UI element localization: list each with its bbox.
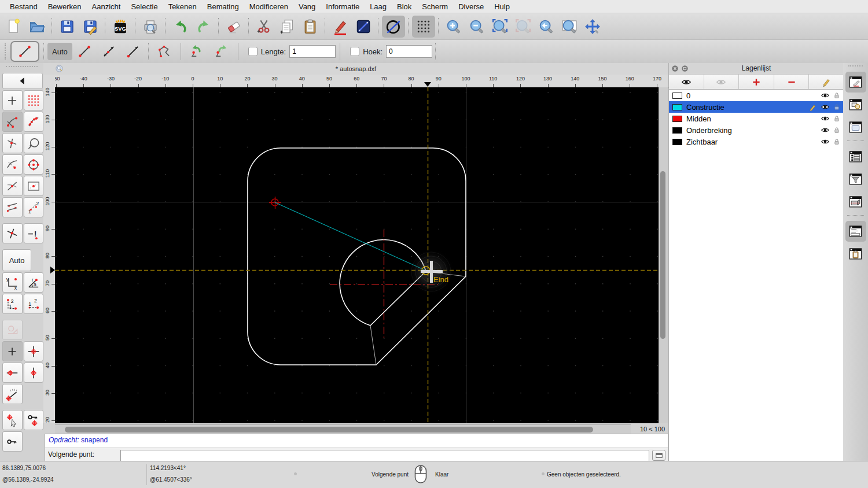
save-button[interactable] — [56, 16, 79, 38]
horizontal-scrollbar[interactable] — [55, 424, 631, 434]
snap-middle-button[interactable] — [2, 176, 23, 196]
restrict-crosshair-button[interactable] — [24, 341, 44, 361]
restrict-nothing-button[interactable] — [2, 341, 23, 361]
angle-input[interactable] — [386, 45, 432, 58]
hide-all-layers-button[interactable] — [704, 75, 740, 89]
vertical-scrollbar-thumb[interactable] — [660, 171, 665, 339]
snap-on-entity-button[interactable] — [24, 112, 44, 132]
layer-visibility-toggle[interactable] — [821, 91, 830, 100]
layer-row-midden[interactable]: Midden — [669, 113, 844, 124]
layer-lock-toggle[interactable] — [833, 103, 841, 111]
layer-visibility-toggle[interactable] — [821, 114, 830, 123]
undo-button[interactable] — [169, 16, 192, 38]
save-as-button[interactable] — [79, 16, 102, 38]
segment-redo-button[interactable] — [209, 42, 234, 61]
line-vector-button[interactable] — [121, 42, 145, 61]
layer-lock-toggle[interactable] — [833, 126, 841, 134]
layer-lock-toggle[interactable] — [833, 138, 841, 146]
snap-intersection-button[interactable] — [2, 223, 23, 243]
snap-distance-button[interactable] — [24, 176, 44, 196]
eraser-button[interactable] — [222, 16, 245, 38]
restrict-horizontal-button[interactable] — [2, 363, 23, 383]
command-input[interactable] — [120, 450, 649, 461]
menu-tekenen[interactable]: Tekenen — [163, 2, 202, 11]
show-all-layers-button[interactable] — [669, 75, 704, 89]
restrict-vertical-button[interactable] — [24, 363, 44, 383]
close-icon[interactable] — [671, 65, 679, 72]
zoom-pan-button[interactable] — [581, 16, 604, 38]
drawing-canvas[interactable]: Eind — [55, 87, 659, 423]
layer-row-onderbreking[interactable]: Onderbreking — [669, 124, 844, 136]
relative-zero-button[interactable] — [2, 431, 23, 452]
undock-icon[interactable] — [681, 65, 689, 72]
dock-command-toggle-button[interactable] — [845, 221, 866, 242]
layer-visibility-toggle[interactable] — [821, 102, 830, 112]
snap-orthogonal-button[interactable] — [2, 197, 23, 217]
dock-model-toggle-button[interactable] — [845, 191, 866, 212]
zoom-in-button[interactable] — [442, 16, 465, 38]
dock-pen-toggle-button[interactable] — [845, 72, 866, 93]
menu-selectie[interactable]: Selectie — [126, 2, 163, 11]
select-snap-point-button[interactable] — [2, 410, 23, 430]
menu-scherm[interactable]: Scherm — [417, 2, 453, 11]
layer-row-0[interactable]: 0 — [669, 90, 844, 101]
menu-informatie[interactable]: Informatie — [321, 2, 365, 11]
back-arrow-button[interactable] — [2, 73, 43, 89]
open-folder-button[interactable] — [25, 16, 49, 38]
menu-diverse[interactable]: Diverse — [453, 2, 489, 11]
relative-polar-button[interactable]: 12 — [24, 294, 44, 314]
menu-bemating[interactable]: Bemating — [202, 2, 244, 11]
snap-intersection-manual-button[interactable]: ! — [24, 223, 44, 243]
snap-center-button[interactable] — [2, 154, 23, 175]
layer-row-constructie[interactable]: Constructie — [669, 101, 844, 113]
zoom-auto-button[interactable] — [488, 16, 512, 38]
remove-layer-button[interactable] — [774, 75, 810, 89]
segment-undo-button[interactable] — [185, 42, 209, 61]
command-keyboard-toggle-button[interactable] — [652, 450, 665, 461]
layer-visibility-toggle[interactable] — [821, 125, 830, 135]
active-line-tool-button[interactable] — [10, 41, 39, 62]
snap-coordinate-button[interactable]: 12 — [24, 197, 44, 217]
menu-laag[interactable]: Laag — [365, 2, 392, 11]
dock-filter-toggle-button[interactable] — [845, 169, 866, 190]
line-angle-button[interactable] — [97, 42, 121, 61]
zoom-window-button[interactable] — [558, 16, 581, 38]
menu-modificeren[interactable]: Modificeren — [244, 2, 293, 11]
close-icon[interactable] — [671, 65, 679, 72]
coord-polar-button[interactable]: ra — [24, 272, 44, 293]
dock-list-toggle-button[interactable] — [845, 146, 866, 167]
print-preview-button[interactable] — [139, 16, 162, 38]
snap-auto-button[interactable]: Auto — [2, 249, 31, 271]
polyline-button[interactable] — [152, 42, 176, 61]
menu-vang[interactable]: Vang — [293, 2, 321, 11]
layer-lock-toggle[interactable] — [833, 91, 841, 99]
vertical-scrollbar[interactable] — [659, 87, 668, 423]
zoom-out-button[interactable] — [465, 16, 488, 38]
snap-circle-center-button[interactable] — [24, 154, 44, 175]
dock-blocks-toggle-button[interactable] — [845, 94, 866, 115]
layer-visibility-toggle[interactable] — [821, 137, 830, 146]
layer-edit-pencil[interactable] — [808, 103, 817, 112]
length-input[interactable] — [289, 45, 336, 58]
undock-icon[interactable] — [681, 65, 689, 72]
construction-lines-button[interactable] — [382, 16, 405, 38]
new-document-button[interactable] — [2, 16, 25, 38]
angle-gauge-button[interactable] — [2, 384, 23, 404]
snap-entity-button[interactable] — [24, 133, 44, 153]
menu-hulp[interactable]: Hulp — [489, 2, 515, 11]
length-checkbox[interactable] — [248, 47, 258, 56]
zoom-previous-button[interactable] — [535, 16, 558, 38]
menu-bestand[interactable]: Bestand — [5, 2, 43, 11]
edit-layer-button[interactable] — [809, 75, 844, 89]
lock-relative-zero-button[interactable] — [24, 410, 44, 430]
menu-blok[interactable]: Blok — [392, 2, 417, 11]
copy-button[interactable] — [275, 16, 299, 38]
cut-button[interactable] — [252, 16, 275, 38]
horizontal-scrollbar-thumb[interactable] — [65, 427, 593, 432]
relative-cartesian-button[interactable]: 12 — [2, 294, 23, 314]
svg-export-button[interactable]: SVG — [109, 16, 132, 38]
menu-aanzicht[interactable]: Aanzicht — [87, 2, 126, 11]
snap-free-button[interactable] — [2, 90, 23, 110]
grid-toggle-button[interactable] — [412, 16, 435, 38]
line-two-points-button[interactable] — [72, 42, 97, 61]
